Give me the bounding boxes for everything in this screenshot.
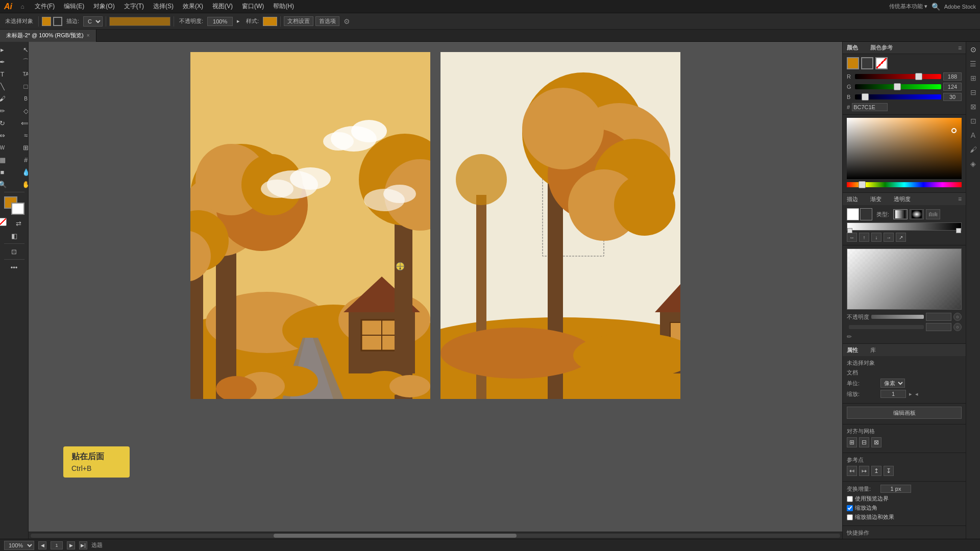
opacity-value-input[interactable] <box>926 313 951 321</box>
background-color[interactable] <box>11 203 24 215</box>
bg-color-swatch2[interactable] <box>861 57 873 69</box>
curvature-tool[interactable]: ⌒ <box>15 56 29 67</box>
hue-strip[interactable] <box>847 182 962 187</box>
line-tool[interactable]: ╲ <box>0 81 14 92</box>
pencil-icon[interactable]: ✏ <box>847 333 852 340</box>
brush-icon[interactable]: 🖌 <box>968 144 979 155</box>
home-icon[interactable]: ⌂ <box>17 2 28 12</box>
ref-btn3[interactable]: ↥ <box>871 466 881 476</box>
h-scrollbar-track[interactable] <box>31 534 840 538</box>
style-swatch[interactable] <box>263 17 277 26</box>
menu-edit[interactable]: 编辑(E) <box>60 1 88 12</box>
fg-color-swatch[interactable] <box>847 57 859 69</box>
align-btn1[interactable]: ⊞ <box>847 437 857 447</box>
transform-option[interactable]: ⚙ <box>341 16 352 27</box>
next-page-btn[interactable]: ▶ <box>67 541 75 549</box>
swap-colors[interactable]: ⇄ <box>8 218 29 229</box>
active-tab[interactable]: 未标题-2* @ 100% (RGB/预览) × <box>0 30 96 42</box>
scale-input[interactable] <box>880 390 906 398</box>
blend-options-btn[interactable]: ○ <box>953 323 962 331</box>
warp-tool[interactable]: ≈ <box>15 130 29 141</box>
grad-dark-swatch[interactable] <box>860 208 872 220</box>
r-slider[interactable] <box>855 74 941 79</box>
eyedropper-tool[interactable]: 💧 <box>15 166 29 178</box>
width-tool[interactable]: W <box>0 142 14 153</box>
grad-reverse-btn[interactable]: ↔ <box>847 233 857 242</box>
g-thumb[interactable] <box>894 83 901 90</box>
doc-settings-button[interactable]: 文档设置 <box>284 16 313 26</box>
hand-tool[interactable]: ✋ <box>15 179 29 190</box>
menu-file[interactable]: 文件(F) <box>31 1 59 12</box>
h-scrollbar-thumb[interactable] <box>274 534 517 538</box>
tab-close-button[interactable]: × <box>87 33 90 38</box>
unit-select[interactable]: 像素 <box>880 379 905 388</box>
pen-tool[interactable]: ✒ <box>0 56 14 67</box>
gradient-mode[interactable]: ◧ <box>3 230 26 241</box>
more-tools[interactable]: ••• <box>3 262 26 273</box>
rect-tool[interactable]: □ <box>15 81 29 92</box>
freeform-gradient-btn[interactable]: 自由 <box>926 209 940 219</box>
zoom-dropdown[interactable]: 100% <box>4 541 34 550</box>
b-thumb[interactable] <box>862 93 869 101</box>
menu-effect[interactable]: 效果(X) <box>179 1 207 12</box>
edit-canvas-btn[interactable]: 编辑画板 <box>847 407 962 419</box>
grad-white-swatch[interactable] <box>847 208 859 220</box>
color-mode[interactable]: ▣ <box>0 230 2 241</box>
blob-brush-tool[interactable]: B <box>15 93 29 104</box>
gradient-tool[interactable]: ■ <box>0 166 14 178</box>
menu-text[interactable]: 文字(T) <box>120 1 148 12</box>
color-display[interactable] <box>3 196 26 215</box>
fill-swatch[interactable] <box>42 17 51 26</box>
zoom-tool[interactable]: 🔍 <box>0 179 14 190</box>
color-picker-gradient[interactable] <box>847 118 962 179</box>
search-icon[interactable]: 🔍 <box>932 3 940 11</box>
direct-selection-tool[interactable]: ↖ <box>15 44 29 55</box>
r-value[interactable] <box>943 72 962 81</box>
scale-stroke-checkbox[interactable] <box>847 514 853 520</box>
blend-value-input[interactable] <box>926 323 951 331</box>
grad-down-btn[interactable]: ↓ <box>871 233 881 242</box>
linear-gradient-btn[interactable] <box>893 209 908 219</box>
artboard-tool[interactable]: ⊡ <box>3 246 26 257</box>
stroke-weight-select[interactable]: C <box>83 16 103 27</box>
r-thumb[interactable] <box>915 73 922 80</box>
selection-tool[interactable]: ▸ <box>0 44 14 55</box>
transform-icon[interactable]: ⊞ <box>968 72 979 84</box>
color-panel-menu[interactable]: ≡ <box>958 44 962 52</box>
symbol-icon[interactable]: ◈ <box>968 158 979 169</box>
gradient-stop-black[interactable] <box>956 228 961 233</box>
preferences-button[interactable]: 首选项 <box>315 16 339 26</box>
color-wheel-icon[interactable]: ⊙ <box>968 44 979 55</box>
free-transform-tool[interactable]: ⊞ <box>15 142 29 153</box>
stroke-swatch[interactable] <box>53 17 62 26</box>
rotate-tool[interactable]: ↻ <box>0 117 14 129</box>
prev-page-btn[interactable]: ◀ <box>38 541 46 549</box>
transform-increment-input[interactable] <box>880 485 911 493</box>
stroke-color-box[interactable] <box>109 17 170 26</box>
pencil-tool[interactable]: ✏ <box>0 105 14 116</box>
text-icon[interactable]: A <box>968 130 979 141</box>
shaper-tool[interactable]: ◇ <box>15 105 29 116</box>
b-slider[interactable] <box>855 94 941 99</box>
b-value[interactable] <box>943 93 962 101</box>
mesh-tool[interactable]: # <box>15 154 29 165</box>
blend-track[interactable] <box>849 325 924 329</box>
none-color-swatch[interactable] <box>875 57 888 69</box>
layout-icon[interactable]: ⊡ <box>968 115 979 127</box>
hex-input[interactable] <box>852 103 888 111</box>
scale-corners-checkbox[interactable] <box>847 505 853 511</box>
ref-btn1[interactable]: ↤ <box>847 466 857 476</box>
gradient-strip[interactable] <box>847 222 962 231</box>
ref-btn2[interactable]: ↦ <box>859 466 869 476</box>
hue-thumb[interactable] <box>859 181 866 188</box>
ref-btn4[interactable]: ↧ <box>884 466 894 476</box>
align-btn3[interactable]: ⊠ <box>871 437 881 447</box>
radial-gradient-btn[interactable] <box>910 209 924 219</box>
menu-select[interactable]: 选择(S) <box>149 1 178 12</box>
text-tool[interactable]: T <box>0 68 14 80</box>
grad-arrow-btn2[interactable]: ↗ <box>896 233 906 242</box>
touch-type-tool[interactable]: TA <box>15 68 29 80</box>
h-scrollbar[interactable] <box>29 532 842 539</box>
gradient-stop-white[interactable] <box>847 228 852 233</box>
end-page-btn[interactable]: ▶| <box>79 541 87 549</box>
